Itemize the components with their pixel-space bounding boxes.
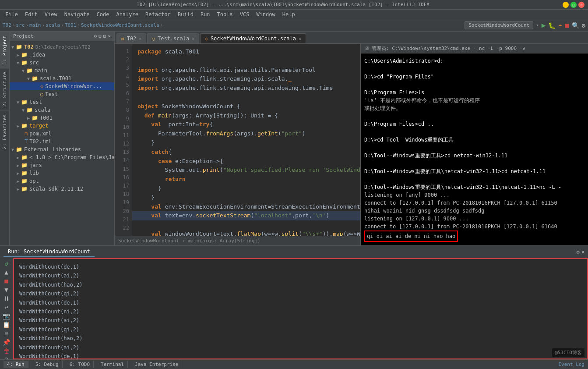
nav-scala[interactable]: scala bbox=[46, 22, 60, 28]
tree-item[interactable]: ▼📁T02 D:\IdeaProjects\T02 bbox=[10, 43, 114, 51]
settings-icon[interactable]: ⚙ bbox=[577, 249, 580, 255]
terminal-panel: 🖥 管理员: C:\Windows\system32\cmd.exe - nc … bbox=[360, 44, 588, 245]
tree-item[interactable]: ▶📁scala-sdk-2.11.12 bbox=[10, 185, 114, 193]
tree-item[interactable]: ▶📁jars bbox=[10, 161, 114, 169]
menu-help[interactable]: Help bbox=[279, 11, 299, 18]
menu-build[interactable]: Build bbox=[174, 11, 197, 18]
collapse-icon[interactable]: ⊟ bbox=[103, 33, 106, 39]
tree-item[interactable]: ▶📁opt bbox=[10, 177, 114, 185]
clear-button[interactable]: 🗑 bbox=[2, 348, 11, 355]
nav-t001[interactable]: T001 bbox=[65, 22, 77, 28]
project-panel-title: Project bbox=[13, 33, 33, 39]
menu-tools[interactable]: Tools bbox=[214, 11, 236, 18]
bottom-tab-terminal[interactable]: Terminal bbox=[97, 361, 128, 368]
soft-wrap-button[interactable]: ↩ bbox=[2, 304, 11, 311]
tree-item[interactable]: ▶📁lib bbox=[10, 169, 114, 177]
terminal-input-box[interactable]: qi qi ai ai de ni ni hao hao bbox=[364, 231, 458, 242]
menu-navigate[interactable]: Navigate bbox=[61, 11, 93, 18]
close-icon[interactable]: × bbox=[192, 36, 194, 41]
coverage-icon[interactable]: ☂ bbox=[558, 22, 562, 29]
close-panel-icon[interactable]: × bbox=[108, 33, 111, 39]
search-icon[interactable]: 🔍 bbox=[572, 22, 579, 29]
nav-file[interactable]: SocketWindowWordCount.scala bbox=[81, 22, 159, 28]
stop-button[interactable]: ■ bbox=[2, 277, 11, 284]
menu-code[interactable]: Code bbox=[93, 11, 113, 18]
tree-item[interactable]: ▶📁.idea bbox=[10, 51, 114, 59]
nav-t02[interactable]: T02 bbox=[3, 22, 11, 28]
tab-t02[interactable]: m T02 × bbox=[116, 33, 146, 43]
tree-item[interactable]: ▼📁scala bbox=[10, 106, 114, 114]
indent-button[interactable]: ≡ bbox=[2, 330, 11, 337]
tab-t02-label: T02 bbox=[127, 35, 137, 42]
event-log-link[interactable]: Event Log bbox=[558, 362, 584, 367]
pause-button[interactable]: ⏸ bbox=[2, 295, 11, 302]
menu-analyze[interactable]: Analyze bbox=[113, 11, 142, 18]
scroll-up-button[interactable]: ▲ bbox=[2, 269, 11, 276]
settings-icon[interactable]: ⚙ bbox=[582, 22, 585, 29]
nav-main[interactable]: main bbox=[29, 22, 41, 28]
stop-icon[interactable]: ■ bbox=[565, 21, 569, 29]
close-icon[interactable]: × bbox=[139, 36, 141, 41]
terminal-content[interactable]: C:\Users\Administrator>d: D:\>cd "Progra… bbox=[361, 53, 588, 245]
tree-item[interactable]: ○ Test bbox=[10, 90, 114, 98]
bottom-tab-todo[interactable]: 6: TODO bbox=[66, 361, 94, 368]
menu-edit[interactable]: Edit bbox=[21, 11, 41, 18]
run-output-line: WordWithCount(qi,2) bbox=[19, 325, 582, 334]
tree-item[interactable]: ▼📁main bbox=[10, 67, 114, 75]
tree-item[interactable]: ▼📁src bbox=[10, 59, 114, 67]
center-column: m T02 × ○ Test.scala × ◇ SocketWindowWor… bbox=[115, 32, 588, 245]
close-button[interactable]: × bbox=[578, 2, 584, 8]
menu-vcs[interactable]: VCS bbox=[236, 11, 253, 18]
run-output-line: WordWithCount(ai,2) bbox=[19, 271, 582, 280]
expand-icon[interactable]: ⊞ bbox=[99, 33, 102, 39]
help-button[interactable]: ? bbox=[2, 356, 11, 359]
run-toolbar: ↺ ▲ ■ ▼ ⏸ ↩ 📷 📋 ≡ 📌 🗑 ? bbox=[0, 258, 13, 359]
watermark: @51CTO博客 bbox=[552, 348, 584, 357]
title-bar: T02 [D:\IdeaProjects\T02] – ...\src\main… bbox=[0, 0, 588, 10]
tree-item[interactable]: T T02.iml bbox=[10, 138, 114, 145]
tree-item[interactable]: m pom.xml bbox=[10, 130, 114, 138]
tree-item[interactable]: ◇ SocketWindowWor... bbox=[10, 82, 114, 90]
bottom-panel: Run: SocketWindowWordCount ⚙ × ↺ ▲ ■ ▼ ⏸… bbox=[0, 245, 588, 359]
tree-item[interactable]: ▼📁scala.T001 bbox=[10, 75, 114, 82]
minimize-button[interactable]: − bbox=[563, 2, 569, 8]
menu-run[interactable]: Run bbox=[197, 11, 214, 18]
sidebar-vtab-structure[interactable]: 2: Structure bbox=[0, 68, 9, 110]
code-content[interactable]: package scala.T001 import org.apache.fli… bbox=[132, 44, 360, 236]
scroll-down-button[interactable]: ▼ bbox=[2, 286, 11, 293]
tree-item[interactable]: ▶📁target bbox=[10, 122, 114, 130]
run-icon[interactable]: ▶ bbox=[542, 21, 546, 29]
menu-window[interactable]: Window bbox=[253, 11, 278, 18]
pin-button[interactable]: 📌 bbox=[2, 339, 11, 346]
close-panel-icon[interactable]: × bbox=[581, 249, 584, 255]
run-tab-label[interactable]: Run: SocketWindowWordCount bbox=[4, 247, 95, 257]
screenshot-button[interactable]: 📷 bbox=[2, 312, 11, 319]
menu-refactor[interactable]: Refactor bbox=[142, 11, 174, 18]
tab-socketwindow[interactable]: ◇ SocketWindowWordCount.scala × bbox=[200, 33, 306, 43]
run-output-line: WordWithCount(ni,2) bbox=[19, 307, 582, 316]
bottom-tab-run[interactable]: 4: Run bbox=[4, 361, 28, 368]
tree-item[interactable]: ▶📁T001 bbox=[10, 114, 114, 122]
tree-item[interactable]: ▼📁test bbox=[10, 98, 114, 106]
debug-icon[interactable]: 🐛 bbox=[548, 22, 556, 29]
tree-item[interactable]: ▶📁< 1.8 > C:\Program Files\Java bbox=[10, 153, 114, 161]
tree-item[interactable]: ▼📁External Libraries bbox=[10, 145, 114, 153]
chevron-down-icon[interactable]: ▾ bbox=[536, 22, 539, 28]
maximize-button[interactable]: □ bbox=[570, 2, 577, 8]
close-icon[interactable]: × bbox=[299, 36, 301, 41]
nav-src[interactable]: src bbox=[16, 22, 25, 28]
sidebar-vtab-favorites[interactable]: 2: Favorites bbox=[0, 110, 9, 153]
bottom-tab-debug[interactable]: 5: Debug bbox=[32, 361, 63, 368]
export-button[interactable]: 📋 bbox=[2, 321, 11, 328]
tab-bar: m T02 × ○ Test.scala × ◇ SocketWindowWor… bbox=[115, 32, 588, 44]
tab-test-label: Test.scala bbox=[158, 35, 189, 42]
gear-icon[interactable]: ⚙ bbox=[94, 33, 97, 39]
bottom-tab-javaee[interactable]: Java Enterprise bbox=[131, 361, 182, 368]
run-output-line: WordWithCount(ai,2) bbox=[19, 316, 582, 325]
menu-view[interactable]: View bbox=[41, 11, 61, 18]
code-editor[interactable]: 1 2 3 4 5 6 7 8 9 10 11 12 13 bbox=[115, 44, 360, 236]
menu-file[interactable]: File bbox=[2, 11, 21, 18]
tab-test[interactable]: ○ Test.scala × bbox=[147, 33, 199, 43]
rerun-button[interactable]: ↺ bbox=[2, 260, 11, 267]
sidebar-vtab-project[interactable]: 1: Project bbox=[0, 32, 9, 68]
